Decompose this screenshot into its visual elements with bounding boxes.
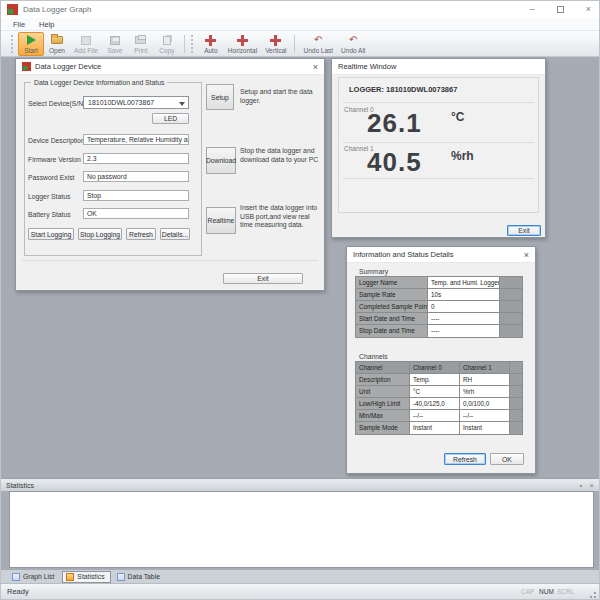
- channel1-unit: %rh: [451, 149, 474, 163]
- summary-table: Logger Name Temp. and Humi. Logger Sampl…: [355, 276, 523, 338]
- device-info-group-title: Data Logger Device Information and Statu…: [31, 79, 167, 86]
- device-dialog-icon: [22, 62, 31, 71]
- channel1-value: 40.5: [367, 147, 422, 178]
- chevron-down-icon: [179, 102, 185, 106]
- toolbar-print-button[interactable]: Print: [128, 32, 154, 56]
- firmware-version-value: 2.3: [83, 153, 189, 164]
- minimize-icon[interactable]: –: [530, 1, 535, 18]
- toolbar-copy-button[interactable]: Copy: [154, 32, 180, 56]
- toolbar-undo-all-button[interactable]: ↶ Undo All: [337, 32, 369, 56]
- table-row: Unit °C %rh: [356, 386, 522, 398]
- realtime-panel: LOGGER: 181010DWL0073867 Channel 0 26.1 …: [338, 77, 539, 213]
- open-folder-icon: [51, 36, 63, 44]
- toolbar-start-button[interactable]: Start: [18, 32, 44, 56]
- table-row: Min/Max --/-- --/--: [356, 410, 522, 422]
- refresh-button[interactable]: Refresh: [126, 228, 156, 240]
- device-dialog-title: Data Logger Device: [35, 62, 101, 71]
- realtime-window-titlebar: Realtime Window: [332, 59, 545, 75]
- tab-data-table[interactable]: Data Table: [114, 572, 165, 582]
- table-row: Sample Mode Instant Instant: [356, 422, 522, 434]
- device-dialog: Data Logger Device × Data Logger Device …: [15, 58, 325, 291]
- save-icon: [110, 36, 120, 45]
- table-row: Low/High Limit -40,0/125,0 0,0/100,0: [356, 398, 522, 410]
- add-file-icon: [81, 36, 91, 45]
- table-row: Completed Sample Points 0: [356, 301, 522, 313]
- start-logging-button[interactable]: Start Logging: [28, 228, 74, 240]
- close-icon[interactable]: ×: [524, 248, 529, 262]
- title-bar: Data Logger Graph – ×: [1, 1, 599, 18]
- logger-serial-label: LOGGER: 181010DWL0073867: [349, 85, 457, 94]
- vertical-zoom-icon: [270, 35, 281, 46]
- stop-logging-button[interactable]: Stop Logging: [78, 228, 122, 240]
- tab-graph-list[interactable]: Graph List: [9, 572, 59, 582]
- graph-list-icon: [12, 573, 20, 581]
- details-refresh-button[interactable]: Refresh: [444, 453, 486, 465]
- maximize-icon[interactable]: [557, 6, 564, 13]
- statistics-content-area[interactable]: [9, 491, 594, 568]
- toolbar-horizontal-button[interactable]: Horizontal: [224, 32, 261, 56]
- select-device-label: Select Device(S/N): [28, 100, 85, 107]
- realtime-description: Insert the data logger into USB port,and…: [240, 204, 324, 230]
- caps-lock-indicator: CAP: [521, 588, 534, 595]
- details-dialog: Information and Status Details × Summary…: [346, 246, 536, 474]
- realtime-window-title: Realtime Window: [338, 62, 396, 71]
- menu-bar: File Help: [1, 18, 599, 31]
- tab-statistics[interactable]: Statistics: [62, 571, 110, 583]
- toolbar-save-button[interactable]: Save: [102, 32, 128, 56]
- details-dialog-titlebar: Information and Status Details ×: [347, 247, 535, 263]
- menu-help[interactable]: Help: [39, 20, 54, 29]
- details-ok-button[interactable]: OK: [490, 453, 524, 465]
- channel0-unit: °C: [451, 110, 464, 124]
- table-row: Description Temp. RH: [356, 374, 522, 386]
- main-window: Data Logger Graph – × File Help Start Op…: [0, 0, 600, 600]
- firmware-version-label: Firmware Version: [28, 156, 81, 163]
- print-icon: [135, 36, 146, 44]
- toolbar-auto-button[interactable]: Auto: [198, 32, 224, 56]
- toolbar-add-file-button[interactable]: Add File: [70, 32, 102, 56]
- pin-icon[interactable]: ▪: [580, 482, 582, 489]
- statistics-icon: [66, 573, 74, 581]
- download-description: Stop the data logger and download data t…: [240, 147, 324, 164]
- status-bar: Ready CAP NUM SCRL: [1, 583, 599, 600]
- realtime-button[interactable]: Realtime: [206, 207, 236, 234]
- toolbar-separator: [294, 35, 295, 53]
- menu-file[interactable]: File: [13, 20, 25, 29]
- table-row: Sample Rate 10s: [356, 289, 522, 301]
- setup-button[interactable]: Setup: [206, 84, 234, 110]
- undo-all-icon: ↶: [349, 35, 357, 45]
- table-row: Stop Date and Time ----: [356, 325, 522, 337]
- download-button[interactable]: Download: [206, 147, 236, 174]
- device-description-value: Temperature, Relative Humidity and De: [83, 134, 189, 145]
- close-icon[interactable]: ×: [589, 481, 594, 490]
- auto-zoom-icon: [205, 35, 216, 46]
- resize-grip[interactable]: [587, 589, 597, 599]
- battery-status-label: Battery Status: [28, 211, 71, 218]
- details-dialog-title: Information and Status Details: [353, 250, 453, 259]
- window-title: Data Logger Graph: [23, 5, 92, 14]
- toolbar-vertical-button[interactable]: Vertical: [261, 32, 290, 56]
- toolbar-separator: [184, 35, 185, 53]
- select-device-dropdown[interactable]: 181010DWL0073867: [83, 96, 189, 109]
- statistics-panel-title: Statistics: [6, 482, 34, 489]
- toolbar: Start Open Add File Save Print Copy Auto: [1, 31, 599, 57]
- table-row: Start Date and Time ----: [356, 313, 522, 325]
- summary-group-title: Summary: [359, 268, 388, 275]
- led-button[interactable]: LED: [152, 113, 189, 124]
- realtime-exit-button[interactable]: Exit: [507, 225, 541, 236]
- device-dialog-body: Data Logger Device Information and Statu…: [16, 76, 324, 290]
- table-header-row: Channel Channel 0 Channel 1: [356, 362, 522, 374]
- close-icon[interactable]: ×: [586, 1, 591, 18]
- toolbar-undo-last-button[interactable]: ↶ Undo Last: [299, 32, 337, 56]
- status-message: Ready: [7, 587, 29, 596]
- device-exit-button[interactable]: Exit: [223, 273, 303, 284]
- close-icon[interactable]: ×: [313, 60, 318, 74]
- dialog-separator: [22, 260, 318, 261]
- details-button[interactable]: Details...: [160, 228, 190, 240]
- toolbar-open-button[interactable]: Open: [44, 32, 70, 56]
- horizontal-zoom-icon: [237, 35, 248, 46]
- channel0-value: 26.1: [367, 108, 422, 139]
- password-exist-label: Password Exist: [28, 174, 74, 181]
- device-description-label: Device Description: [28, 137, 85, 144]
- battery-status-value: OK: [83, 208, 189, 219]
- channels-group-title: Channels: [359, 353, 388, 360]
